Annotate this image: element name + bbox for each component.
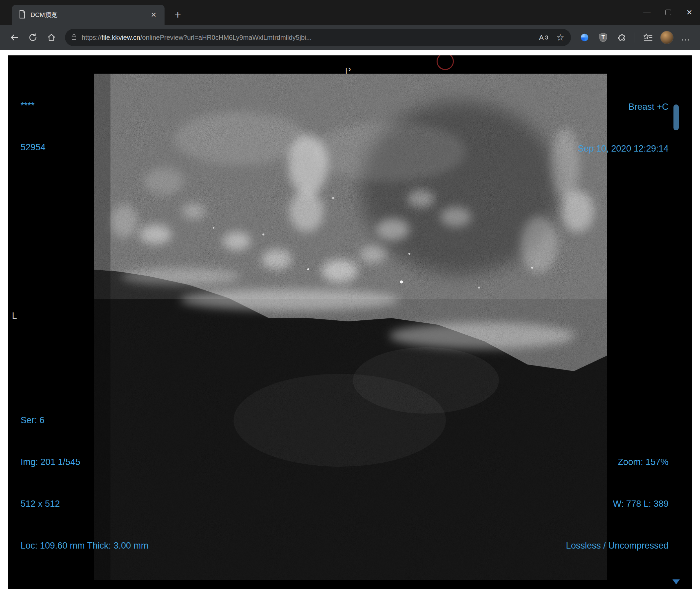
read-aloud-button[interactable]: A (536, 31, 551, 44)
url-domain: file.kkview.cn (101, 34, 140, 41)
url-scheme: https:// (82, 34, 101, 41)
stack-scrollbar-thumb[interactable] (673, 104, 679, 130)
address-bar-actions: A ☆ (536, 31, 568, 44)
url-text: https://file.kkview.cn/onlinePreview?url… (82, 34, 532, 42)
page-content: **** 52954 P L Breast +C Sep 10, 2020 12… (0, 50, 700, 597)
address-bar[interactable]: https://file.kkview.cn/onlinePreview?url… (65, 29, 571, 46)
title-bar: DCM预览 ✕ + — ✕ (0, 0, 700, 25)
url-path: /onlinePreview?url=aHR0cHM6Ly9maWxlLmtrd… (140, 34, 312, 41)
sound-waves-icon (545, 34, 548, 41)
maximize-button[interactable] (657, 0, 679, 25)
split-screen-blue-icon[interactable] (576, 29, 593, 46)
back-icon (9, 32, 19, 43)
tab-close-icon[interactable]: ✕ (148, 9, 159, 21)
shield-letter: T (601, 34, 605, 40)
lock-icon[interactable] (71, 33, 77, 42)
dicom-viewer[interactable]: **** 52954 P L Breast +C Sep 10, 2020 12… (8, 55, 692, 589)
add-favorite-icon[interactable]: ☆ (552, 31, 568, 44)
image-number: Img: 201 1/545 (21, 455, 148, 469)
patient-info-overlay: **** 52954 (21, 71, 46, 182)
refresh-icon (28, 33, 38, 42)
browser-window: DCM预览 ✕ + — ✕ (0, 0, 700, 597)
patient-name-masked: **** (21, 99, 46, 112)
home-button[interactable] (43, 29, 60, 46)
display-info-overlay: Zoom: 157% W: 778 L: 389 Lossless / Unco… (566, 427, 669, 580)
study-datetime: Sep 10, 2020 12:29:14 (578, 141, 669, 156)
window-level: W: 778 L: 389 (566, 497, 669, 511)
new-tab-button[interactable]: + (169, 6, 186, 24)
maximize-icon (666, 9, 671, 15)
tab-title: DCM预览 (30, 10, 143, 19)
orientation-marker-posterior: P (345, 64, 351, 78)
study-description: Breast +C (578, 100, 669, 114)
scroll-down-icon[interactable] (672, 579, 680, 585)
read-aloud-icon: A (539, 33, 544, 42)
document-icon (19, 10, 26, 20)
settings-more-icon[interactable]: … (677, 29, 694, 46)
compression-info: Lossless / Uncompressed (566, 539, 669, 552)
study-info-overlay: Breast +C Sep 10, 2020 12:29:14 (578, 72, 669, 183)
navigation-bar: https://file.kkview.cn/onlinePreview?url… (0, 25, 700, 50)
minimize-button[interactable]: — (636, 0, 657, 25)
extensions-icon[interactable] (614, 29, 630, 46)
window-controls: — ✕ (636, 0, 700, 25)
browser-tab[interactable]: DCM预览 ✕ (12, 5, 165, 25)
image-matrix: 512 x 512 (21, 497, 148, 511)
series-number: Ser: 6 (21, 413, 148, 427)
back-button[interactable] (6, 29, 23, 46)
shield-extension-icon[interactable]: T (595, 29, 611, 46)
orientation-marker-left: L (12, 309, 17, 323)
close-button[interactable]: ✕ (679, 0, 700, 25)
home-icon (47, 33, 56, 42)
series-info-overlay: Ser: 6 Img: 201 1/545 512 x 512 Loc: 109… (21, 385, 148, 580)
favorites-bar-icon[interactable] (640, 29, 656, 46)
slice-location: Loc: 109.60 mm Thick: 3.00 mm (21, 539, 148, 552)
toolbar-divider (635, 32, 635, 43)
profile-avatar[interactable] (660, 31, 673, 44)
refresh-button[interactable] (25, 29, 41, 46)
patient-id: 52954 (21, 140, 46, 154)
zoom-level: Zoom: 157% (566, 455, 669, 469)
